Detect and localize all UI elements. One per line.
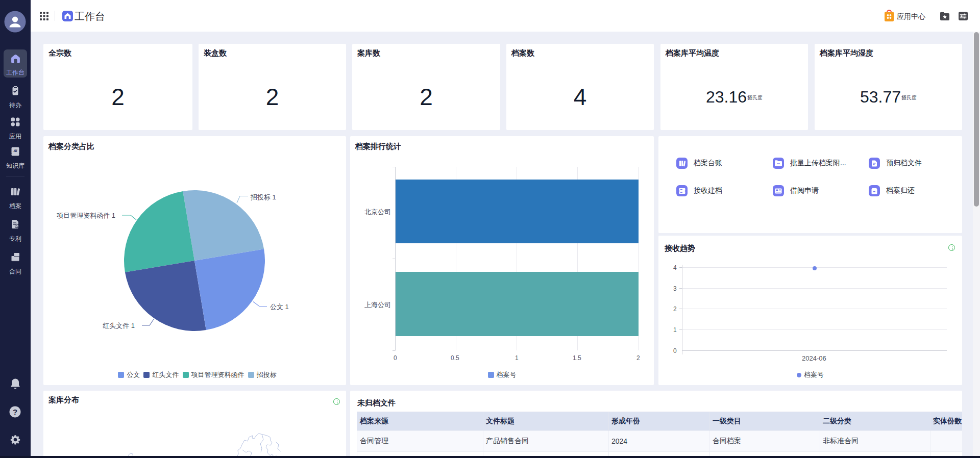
svg-text:?: ? [13,408,17,416]
svg-text:AI: AI [13,149,18,152]
